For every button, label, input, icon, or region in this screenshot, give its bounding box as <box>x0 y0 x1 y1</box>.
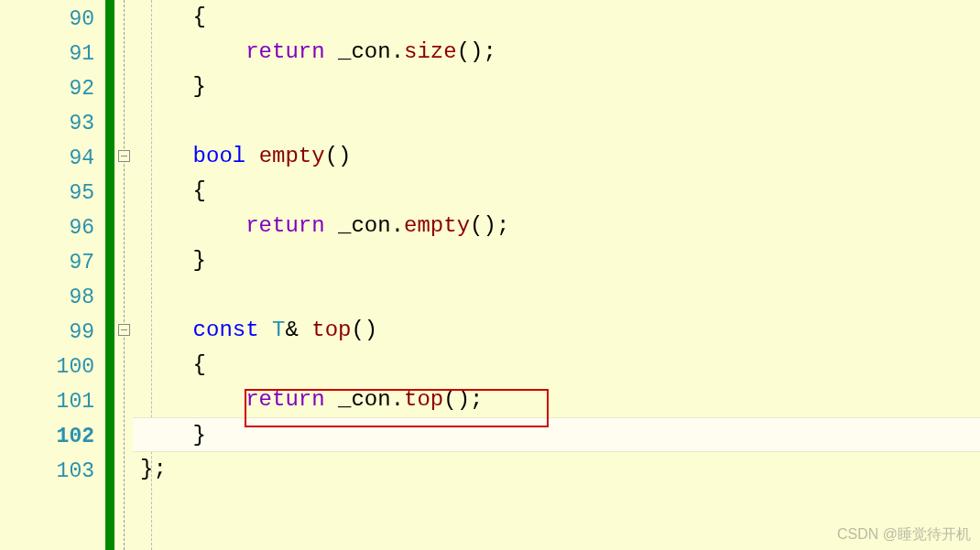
code-line[interactable]: } <box>133 243 980 278</box>
code-line[interactable] <box>133 104 980 139</box>
line-number: 101 <box>0 384 105 419</box>
line-number: 102 <box>0 419 105 454</box>
line-number: 99 <box>0 315 105 350</box>
line-number: 103 <box>0 454 105 489</box>
code-editor: 90919293949596979899100101102103 { retur… <box>0 0 980 550</box>
line-number: 97 <box>0 245 105 280</box>
code-line[interactable]: { <box>133 0 980 35</box>
code-line[interactable]: } <box>133 70 980 104</box>
code-line[interactable]: }; <box>133 452 980 487</box>
code-line[interactable]: const T& top() <box>133 313 980 348</box>
code-area[interactable]: { return _con.size(); } bool empty() { r… <box>133 0 980 550</box>
fold-guide-line <box>124 0 125 550</box>
code-line[interactable]: bool empty() <box>133 139 980 174</box>
line-number-gutter: 90919293949596979899100101102103 <box>0 0 105 550</box>
line-number: 94 <box>0 141 105 176</box>
code-line[interactable]: return _con.empty(); <box>133 209 980 243</box>
line-number: 98 <box>0 280 105 315</box>
line-number: 100 <box>0 350 105 384</box>
line-number: 92 <box>0 71 105 106</box>
watermark: CSDN @睡觉待开机 <box>837 525 971 545</box>
line-number: 91 <box>0 37 105 71</box>
code-line[interactable]: return _con.size(); <box>133 35 980 70</box>
fold-column <box>114 0 133 550</box>
line-number: 95 <box>0 176 105 210</box>
line-number: 90 <box>0 2 105 37</box>
code-line[interactable]: { <box>133 348 980 383</box>
code-line[interactable] <box>133 278 980 313</box>
fold-toggle-icon[interactable] <box>118 150 130 162</box>
code-line[interactable]: return _con.top(); <box>133 383 980 417</box>
line-number: 93 <box>0 106 105 141</box>
line-number: 96 <box>0 210 105 245</box>
code-line[interactable]: } <box>133 417 980 452</box>
change-margin <box>105 0 114 550</box>
code-line[interactable]: { <box>133 174 980 209</box>
fold-toggle-icon[interactable] <box>118 324 130 336</box>
